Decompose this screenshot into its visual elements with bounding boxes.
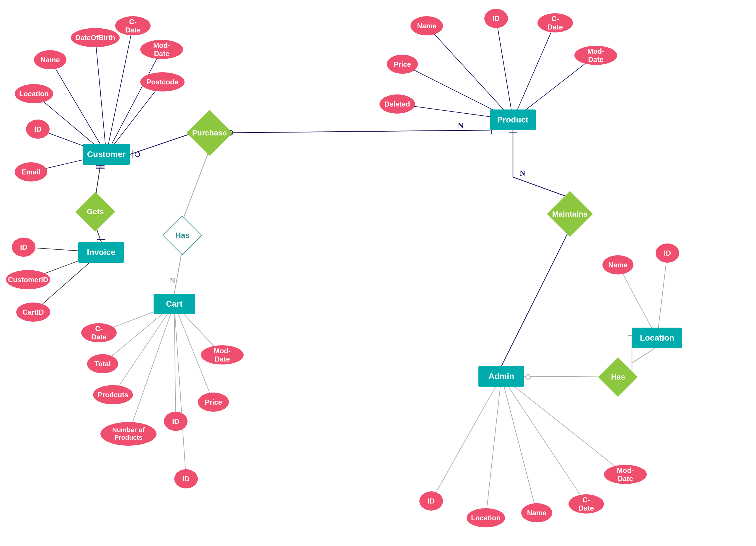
admin-id-attr: ID — [419, 491, 443, 511]
cart-numproducts-attr: Number of Products — [100, 422, 157, 446]
svg-line-6 — [106, 50, 162, 155]
svg-line-40 — [174, 250, 182, 294]
location-entity: Location — [632, 327, 682, 348]
svg-line-33 — [226, 130, 490, 133]
admin-cdate-attr: C-Date — [568, 494, 604, 514]
svg-point-32 — [135, 152, 140, 157]
cart-products-attr: Prodcuts — [93, 385, 133, 404]
prod-name-attr: Name — [410, 16, 443, 35]
invoice-entity: Invoice — [78, 242, 124, 263]
cart-price-attr: Price — [198, 392, 229, 412]
product-entity: Product — [490, 110, 536, 130]
svg-line-26 — [501, 376, 537, 513]
prod-cdate-attr: C-Date — [537, 13, 573, 32]
prod-price-attr: Price — [387, 55, 418, 74]
svg-text:N: N — [520, 169, 525, 177]
inv-id-attr: ID — [12, 238, 35, 257]
svg-line-8 — [427, 26, 513, 120]
cust-cdate-attr: C-Date — [115, 16, 151, 35]
svg-line-7 — [106, 82, 162, 155]
svg-line-0 — [50, 60, 106, 155]
cust-location-attr: Location — [15, 84, 53, 103]
cart-id-attr: ID — [164, 412, 188, 431]
cust-email-attr: Email — [15, 162, 47, 182]
customer-entity: Customer — [83, 144, 130, 165]
svg-line-24 — [431, 376, 501, 501]
svg-line-25 — [486, 376, 501, 518]
cart-moddate-attr: Mod-Date — [201, 345, 244, 364]
svg-line-28 — [501, 376, 625, 475]
cart-cdate-attr: C-Date — [81, 323, 117, 342]
svg-line-31 — [130, 133, 193, 154]
inv-cartid-attr: CartID — [16, 302, 50, 322]
svg-line-49 — [524, 376, 604, 377]
prod-deleted-attr: Deleted — [379, 95, 415, 114]
svg-line-29 — [618, 265, 657, 338]
inv-custid-attr: CustomerID — [6, 270, 50, 289]
svg-line-39 — [182, 149, 210, 221]
svg-line-10 — [513, 23, 555, 120]
admin-moddate-attr: Mod-Date — [604, 465, 647, 484]
svg-line-53 — [632, 347, 657, 363]
admin-entity: Admin — [478, 366, 524, 387]
cust-postcode-attr: Postcode — [140, 72, 185, 92]
cust-dob-attr: DateOfBirth — [71, 28, 120, 47]
cart-id2-attr: ID — [174, 469, 198, 488]
cart-total-attr: Total — [87, 354, 118, 373]
prod-moddate-attr: Mod-Date — [574, 46, 617, 65]
loc-name-attr: Name — [602, 255, 633, 274]
admin-location-attr: Location — [467, 508, 505, 527]
svg-line-4 — [95, 38, 107, 155]
svg-line-19 — [113, 304, 175, 395]
prod-id-attr: ID — [484, 9, 508, 28]
svg-line-47 — [501, 229, 570, 366]
loc-id-attr: ID — [656, 244, 679, 263]
svg-text:N: N — [458, 121, 464, 130]
admin-name-attr: Name — [521, 503, 552, 522]
svg-point-50 — [526, 374, 530, 379]
cust-moddate-attr: Mod-Date — [140, 40, 183, 59]
svg-line-52 — [174, 304, 186, 479]
svg-line-45 — [513, 177, 570, 198]
cust-id-attr: ID — [26, 120, 50, 139]
svg-text:N: N — [170, 276, 175, 285]
svg-line-27 — [501, 376, 586, 504]
cart-entity: Cart — [154, 294, 195, 314]
svg-line-30 — [657, 253, 667, 338]
cust-name-attr: Name — [34, 50, 66, 69]
